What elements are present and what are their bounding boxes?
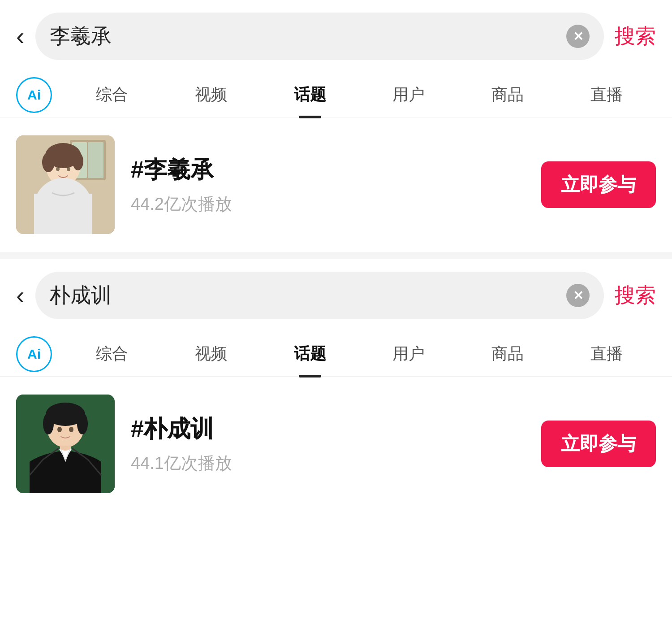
topic-stat-1: 44.2亿次播放 — [131, 193, 525, 216]
topic-title-1: #李羲承 — [131, 154, 525, 186]
search-input-wrap-1: 李羲承 — [35, 13, 604, 60]
section-1: ‹ 李羲承 搜索 Ai 综合 视频 话题 用户 商品 — [0, 0, 672, 252]
topic-thumbnail-1 — [16, 135, 115, 234]
topic-action-button-1[interactable]: 立即参与 — [541, 161, 656, 208]
clear-button-2[interactable] — [566, 284, 590, 307]
search-bar-2: ‹ 朴成训 搜索 — [0, 259, 672, 332]
svg-rect-3 — [88, 142, 103, 178]
search-button-1[interactable]: 搜索 — [615, 22, 656, 50]
topic-thumbnail-image-1 — [16, 135, 115, 234]
svg-point-8 — [56, 167, 60, 171]
topic-info-2: #朴成训 44.1亿次播放 — [131, 413, 525, 475]
svg-point-6 — [42, 152, 55, 172]
tab-product-2[interactable]: 商品 — [458, 332, 557, 376]
tab-topic-2[interactable]: 话题 — [260, 332, 359, 376]
ai-logo-2[interactable]: Ai — [16, 336, 52, 372]
svg-point-9 — [67, 167, 70, 171]
back-button-1[interactable]: ‹ — [16, 24, 25, 49]
svg-point-7 — [73, 152, 83, 170]
tab-product-1[interactable]: 商品 — [458, 73, 557, 117]
section-2: ‹ 朴成训 搜索 Ai 综合 视频 话题 用户 商品 — [0, 259, 672, 511]
tab-video-2[interactable]: 视频 — [162, 332, 261, 376]
clear-button-1[interactable] — [566, 25, 590, 48]
tab-indicator-2 — [299, 375, 321, 377]
topic-title-2: #朴成训 — [131, 413, 525, 445]
tab-user-1[interactable]: 用户 — [359, 73, 458, 117]
search-bar-1: ‹ 李羲承 搜索 — [0, 0, 672, 73]
ai-logo-1[interactable]: Ai — [16, 77, 52, 113]
tabs-1: 综合 视频 话题 用户 商品 直播 — [63, 73, 656, 117]
ai-logo-text-1: Ai — [27, 88, 41, 102]
svg-point-17 — [43, 413, 54, 434]
tab-comprehensive-2[interactable]: 综合 — [63, 332, 162, 376]
topic-info-1: #李羲承 44.2亿次播放 — [131, 154, 525, 216]
search-input-2[interactable]: 朴成训 — [50, 282, 566, 309]
topic-stat-2: 44.1亿次播放 — [131, 452, 525, 475]
svg-point-20 — [69, 427, 73, 432]
tab-comprehensive-1[interactable]: 综合 — [63, 73, 162, 117]
svg-point-18 — [77, 413, 88, 434]
back-button-2[interactable]: ‹ — [16, 283, 25, 308]
svg-rect-12 — [34, 194, 92, 234]
tab-topic-1[interactable]: 话题 — [260, 73, 359, 117]
tab-bar-1: Ai 综合 视频 话题 用户 商品 直播 — [0, 73, 672, 117]
tabs-2: 综合 视频 话题 用户 商品 直播 — [63, 332, 656, 376]
ai-logo-text-2: Ai — [27, 347, 41, 361]
tab-live-1[interactable]: 直播 — [557, 73, 656, 117]
tab-bar-2: Ai 综合 视频 话题 用户 商品 直播 — [0, 332, 672, 377]
tab-video-1[interactable]: 视频 — [162, 73, 261, 117]
search-input-wrap-2: 朴成训 — [35, 272, 604, 319]
topic-card-2: #朴成训 44.1亿次播放 立即参与 — [0, 377, 672, 511]
tab-live-2[interactable]: 直播 — [557, 332, 656, 376]
topic-card-1: #李羲承 44.2亿次播放 立即参与 — [0, 117, 672, 252]
tab-user-2[interactable]: 用户 — [359, 332, 458, 376]
search-input-1[interactable]: 李羲承 — [50, 22, 566, 50]
tab-indicator-1 — [299, 116, 321, 118]
svg-point-19 — [57, 427, 62, 432]
topic-thumbnail-image-2 — [16, 395, 115, 493]
topic-action-button-2[interactable]: 立即参与 — [541, 421, 656, 467]
search-button-2[interactable]: 搜索 — [615, 282, 656, 309]
topic-thumbnail-2 — [16, 395, 115, 493]
section-divider — [0, 252, 672, 259]
